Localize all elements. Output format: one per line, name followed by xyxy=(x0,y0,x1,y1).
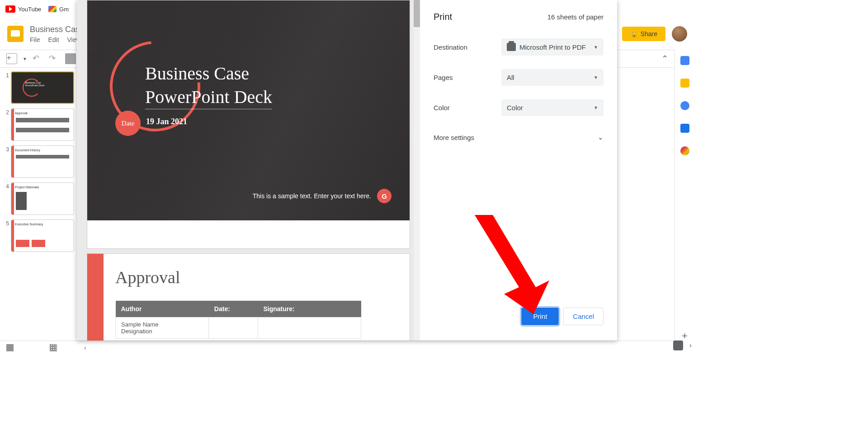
table-header: Signature: xyxy=(258,301,361,317)
slide-1-content: Business Case PowerPoint Deck Date 19 Ja… xyxy=(87,0,410,220)
decorative-band xyxy=(87,254,104,340)
table-cell xyxy=(258,317,361,339)
chevron-down-icon: ▼ xyxy=(594,105,598,110)
print-confirm-button[interactable]: Print xyxy=(521,308,559,325)
tab-label: YouTube xyxy=(18,6,41,13)
chevron-down-icon: ⌄ xyxy=(598,133,604,141)
preview-page-2: Approval Author Date: Signature: Sample … xyxy=(87,253,410,340)
print-button-toolbar[interactable] xyxy=(65,53,76,64)
pages-label: Pages xyxy=(434,74,501,81)
destination-select[interactable]: Microsoft Print to PDF ▼ xyxy=(501,38,604,56)
calendar-icon[interactable] xyxy=(680,56,689,65)
tasks-icon[interactable] xyxy=(680,101,689,110)
chevron-down-icon: ▼ xyxy=(594,75,598,80)
share-label: Share xyxy=(641,30,657,37)
destination-label: Destination xyxy=(434,43,501,51)
menu-edit[interactable]: Edit xyxy=(48,36,59,43)
explore-icon[interactable] xyxy=(673,340,683,350)
pages-select[interactable]: All ▼ xyxy=(501,69,604,86)
color-select[interactable]: Color ▼ xyxy=(501,99,604,116)
chevron-right-icon[interactable]: › xyxy=(689,341,692,350)
contacts-icon[interactable] xyxy=(680,124,689,133)
color-label: Color xyxy=(434,104,501,112)
slides-logo-icon[interactable] xyxy=(7,26,24,42)
print-dialog: 1 Business Case PowerPoint Deck Date 19 … xyxy=(77,0,617,340)
chevron-down-icon: ▼ xyxy=(594,45,598,50)
thumb-number: 5 xyxy=(3,219,11,252)
table-header: Author xyxy=(116,301,209,317)
browser-tab-gmail[interactable]: Gm xyxy=(48,6,69,13)
print-dialog-title: Print xyxy=(434,12,452,22)
slide-date: 19 Jan 2021 xyxy=(146,117,187,126)
table-header: Date: xyxy=(209,301,258,317)
slide-title: Business Case PowerPoint Deck xyxy=(145,62,326,109)
color-value: Color xyxy=(507,104,523,112)
keep-icon[interactable] xyxy=(680,79,689,88)
sample-text: This is a sample text. Enter your text h… xyxy=(253,192,371,200)
side-panel: + xyxy=(675,50,694,340)
filmstrip-view-icon[interactable] xyxy=(6,344,14,351)
share-button[interactable]: 🔒 Share xyxy=(622,27,665,41)
user-avatar[interactable] xyxy=(672,26,687,42)
slide-thumbnail-4[interactable]: Project Rationale xyxy=(11,182,74,215)
redo-button[interactable]: ↷ xyxy=(49,53,60,64)
menu-file[interactable]: File xyxy=(30,36,40,43)
more-settings-toggle[interactable]: More settings ⌄ xyxy=(434,130,604,145)
new-slide-button[interactable]: + xyxy=(6,53,17,64)
undo-button[interactable]: ↶ xyxy=(33,53,43,64)
more-settings-label: More settings xyxy=(434,134,474,141)
g-badge: G xyxy=(377,189,392,203)
youtube-icon xyxy=(5,5,15,13)
thumb-number: 3 xyxy=(3,145,11,178)
cancel-button[interactable]: Cancel xyxy=(563,308,604,325)
slide-thumbnails-panel: 1 Business CasePowerPoint Deck 2 Approva… xyxy=(0,68,77,340)
printer-icon xyxy=(507,43,516,51)
thumb-number: 1 xyxy=(3,71,11,104)
date-badge: Date xyxy=(115,111,141,136)
table-cell xyxy=(209,317,258,339)
collapse-panel-button[interactable]: ‹ xyxy=(84,344,86,351)
thumb-number: 4 xyxy=(3,182,11,215)
tab-label: Gm xyxy=(59,6,69,13)
bottom-bar: ‹ xyxy=(0,340,675,354)
thumb-number: 2 xyxy=(3,108,11,141)
approval-table: Author Date: Signature: Sample NameDesig… xyxy=(115,301,361,339)
pages-value: All xyxy=(507,74,514,81)
maps-icon[interactable] xyxy=(680,146,689,155)
collapse-toolbar-button[interactable]: ⌃ xyxy=(661,54,668,64)
slide-thumbnail-3[interactable]: Document History xyxy=(11,145,74,178)
print-preview-pane[interactable]: 1 Business Case PowerPoint Deck Date 19 … xyxy=(77,0,420,340)
share-icon: 🔒 xyxy=(630,30,638,37)
preview-scrollbar[interactable] xyxy=(414,0,420,340)
add-addon-button[interactable]: + xyxy=(680,331,689,340)
dropdown-arrow-icon[interactable]: ▼ xyxy=(23,56,27,61)
grid-view-icon[interactable] xyxy=(50,344,57,351)
table-cell: Sample NameDesignation xyxy=(116,317,209,339)
slide-thumbnail-5[interactable]: Executive Summary xyxy=(11,219,74,252)
print-settings-pane: Print 16 sheets of paper Destination Mic… xyxy=(420,0,617,340)
slide-thumbnail-1[interactable]: Business CasePowerPoint Deck xyxy=(11,71,74,104)
browser-tab-youtube[interactable]: YouTube xyxy=(5,5,41,13)
destination-value: Microsoft Print to PDF xyxy=(519,43,586,51)
gmail-icon xyxy=(48,6,57,12)
slide-2-heading: Approval xyxy=(115,267,387,287)
sheets-count: 16 sheets of paper xyxy=(547,13,604,21)
slide-thumbnail-2[interactable]: Approval xyxy=(11,108,74,141)
preview-page-1: 1 Business Case PowerPoint Deck Date 19 … xyxy=(87,0,410,249)
corner-controls: › xyxy=(673,340,692,350)
